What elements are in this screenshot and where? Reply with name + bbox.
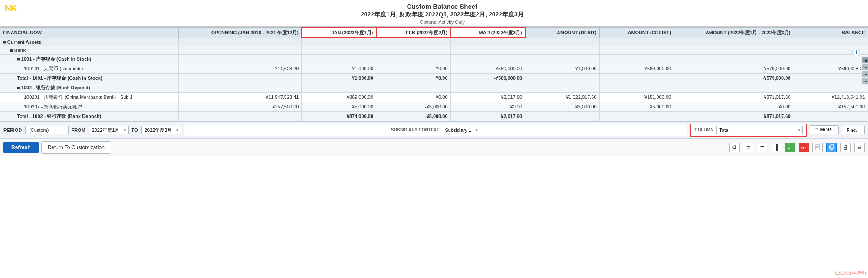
cell-value bbox=[793, 111, 868, 121]
action-bar: Refresh Return To Customization ⚙ ≡ ≣ ▐ … bbox=[0, 138, 868, 156]
cell-value: ¥0.00 bbox=[376, 64, 451, 73]
cell-value bbox=[525, 38, 600, 46]
cell-value: ¥11,547,523.41 bbox=[179, 92, 302, 102]
scroll-up[interactable]: ◀ bbox=[862, 57, 868, 63]
cell-value bbox=[376, 54, 451, 64]
svg-rect-10 bbox=[831, 145, 834, 148]
svg-rect-4 bbox=[815, 145, 820, 150]
table-row: ■ 1001 - 库存现金 (Cash in Stock) bbox=[0, 54, 868, 64]
more-button[interactable]: ⌃ MORE bbox=[810, 125, 839, 134]
subsidiary-select-wrapper[interactable]: Subsidiary 1 bbox=[442, 126, 480, 134]
scroll-down[interactable]: ━ bbox=[862, 78, 868, 84]
column-section: COLUMN Total bbox=[690, 124, 807, 137]
cell-value bbox=[793, 83, 868, 92]
table-row: ■ Bank bbox=[0, 46, 868, 54]
find-button[interactable]: Find... bbox=[842, 126, 865, 134]
cell-value bbox=[525, 73, 600, 83]
cell-value bbox=[376, 83, 451, 92]
cell-value bbox=[599, 83, 674, 92]
bottom-bar: PERIOD (Custom) FROM 2022年度1月 TO 2022年度3… bbox=[0, 121, 868, 138]
to-select[interactable]: 2022年度3月 bbox=[141, 126, 181, 134]
cell-value bbox=[599, 38, 674, 46]
col-header-financial-row: FINANCIAL ROW bbox=[0, 27, 179, 38]
indent-icon[interactable]: ≣ bbox=[757, 143, 767, 152]
cell-value bbox=[599, 111, 674, 121]
scrollbar-panel: ◀ ━ ━ ━ bbox=[861, 56, 868, 85]
scroll-mid2[interactable]: ━ bbox=[862, 71, 868, 77]
col-header-jan: JAN (2022年度1月) bbox=[302, 27, 376, 38]
cell-value bbox=[179, 111, 302, 121]
cell-value bbox=[674, 38, 793, 46]
print-icon[interactable]: 🖨 bbox=[840, 143, 851, 152]
to-label: TO bbox=[132, 128, 138, 133]
cell-value: -¥5,000.00 bbox=[376, 111, 451, 121]
from-select[interactable]: 2022年度1月 bbox=[89, 126, 129, 134]
col-header-mar: MAR (2022年度3月) bbox=[450, 27, 525, 38]
pdf-icon[interactable]: PDF bbox=[799, 143, 809, 152]
table-row: 100201 - 招商银行 (China Merchants Bank) - S… bbox=[0, 92, 868, 102]
cell-value: ¥2,017.60 bbox=[450, 111, 525, 121]
cell-value: ¥871,017.60 bbox=[674, 92, 793, 102]
cell-value: ¥12,418,541.01 bbox=[793, 92, 868, 102]
doc-icon[interactable] bbox=[812, 143, 823, 152]
cell-value bbox=[179, 73, 302, 83]
subsidiary-select[interactable]: Subsidiary 1 bbox=[442, 126, 480, 134]
from-select-wrapper[interactable]: 2022年度1月 bbox=[89, 126, 129, 134]
subsidiary-section: SUBSIDIARY CONTEXT Subsidiary 1 bbox=[184, 124, 688, 136]
cell-value: ¥5,000.00 bbox=[302, 102, 376, 111]
logo: NK bbox=[4, 3, 16, 14]
cell-value: -¥11,628.20 bbox=[179, 64, 302, 73]
cell-label: ■ Current Assets bbox=[0, 38, 179, 46]
action-right: ⚙ ≡ ≣ ▐ X PDF 🖨 ✉ bbox=[729, 143, 865, 152]
svg-text:PDF: PDF bbox=[801, 147, 807, 150]
cell-label: 100201 - 招商银行 (China Merchants Bank) - S… bbox=[0, 92, 179, 102]
cell-value: -¥590,628.20 bbox=[793, 64, 868, 73]
col-header-amount-credit: AMOUNT (CREDIT) bbox=[599, 27, 674, 38]
cell-value bbox=[376, 38, 451, 46]
cell-value bbox=[525, 83, 600, 92]
copy-icon[interactable] bbox=[826, 143, 837, 152]
cell-value: ¥0.00 bbox=[376, 73, 451, 83]
excel-icon[interactable]: X bbox=[785, 143, 795, 152]
chart-icon[interactable]: ▐ bbox=[771, 143, 781, 152]
balance-sheet-table[interactable]: FINANCIAL ROW OPENNING (JAN 2016 - 2021 … bbox=[0, 26, 868, 121]
watermark: CSDN @毛老师 bbox=[835, 270, 866, 276]
settings-icon[interactable]: ⚙ bbox=[729, 143, 740, 152]
column-label: COLUMN bbox=[694, 128, 713, 132]
cell-value bbox=[674, 83, 793, 92]
info-icon[interactable]: ℹ bbox=[852, 49, 860, 56]
cell-value bbox=[376, 46, 451, 54]
cell-label: Total - 1002 - 银行存款 (Bank Deposit) bbox=[0, 111, 179, 121]
subsidiary-label: SUBSIDIARY CONTEXT bbox=[391, 128, 440, 132]
table-row: ■ Current Assets bbox=[0, 38, 868, 46]
cell-label: 100207 - 招商银行美元账户 bbox=[0, 102, 179, 111]
period-value: (Custom) bbox=[25, 126, 69, 134]
column-select-wrapper[interactable]: Total bbox=[716, 126, 803, 134]
table-row: Total - 1002 - 银行存款 (Bank Deposit)¥874,0… bbox=[0, 111, 868, 121]
to-select-wrapper[interactable]: 2022年度3月 bbox=[141, 126, 181, 134]
cell-value: ¥0.00 bbox=[450, 102, 525, 111]
cell-value bbox=[450, 38, 525, 46]
cell-value: ¥1,000.00 bbox=[302, 64, 376, 73]
cell-value: ¥1,022,017.60 bbox=[525, 92, 600, 102]
cell-value bbox=[179, 83, 302, 92]
cell-value bbox=[450, 83, 525, 92]
cell-value bbox=[302, 83, 376, 92]
cell-value: -¥5,000.00 bbox=[376, 102, 451, 111]
col-header-opening: OPENNING (JAN 2016 - 2021 年度12月) bbox=[179, 27, 302, 38]
cell-value bbox=[450, 46, 525, 54]
return-button[interactable]: Return To Customization bbox=[41, 141, 111, 154]
cell-value bbox=[793, 38, 868, 46]
cell-value: -¥580,000.00 bbox=[450, 64, 525, 73]
refresh-button[interactable]: Refresh bbox=[3, 142, 39, 153]
cell-value: ¥5,000.00 bbox=[599, 102, 674, 111]
action-left: Refresh Return To Customization bbox=[3, 141, 111, 154]
svg-text:X: X bbox=[788, 146, 790, 150]
cell-value bbox=[302, 38, 376, 46]
scroll-mid1[interactable]: ━ bbox=[862, 64, 868, 70]
column-select[interactable]: Total bbox=[716, 126, 803, 134]
list-icon[interactable]: ≡ bbox=[743, 143, 753, 152]
email-icon[interactable]: ✉ bbox=[854, 143, 865, 152]
col-header-amount-debit: AMOUNT (DEBIT) bbox=[525, 27, 600, 38]
cell-value: ¥5,000.00 bbox=[525, 102, 600, 111]
